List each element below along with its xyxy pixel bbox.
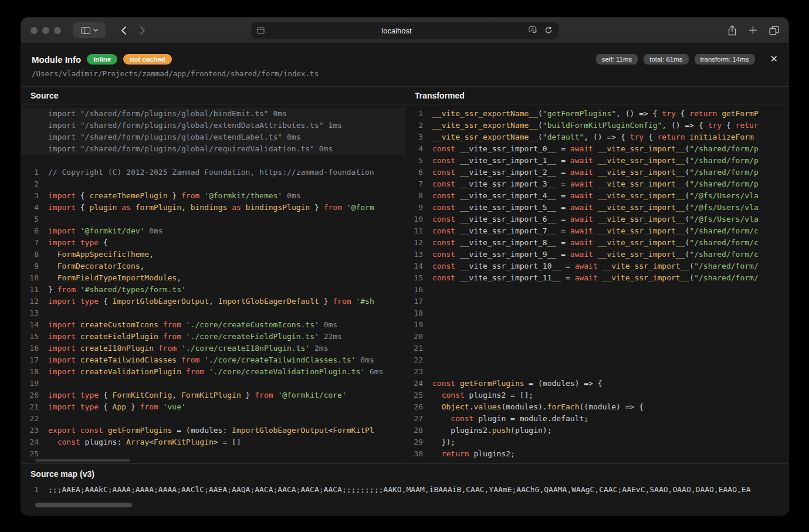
code-line: 5 — [21, 214, 405, 225]
source-code: import "/shared/form/plugins/global/bind… — [21, 104, 405, 460]
code-line: 30 return plugins2; — [405, 448, 788, 460]
sidebar-toggle-button[interactable] — [73, 22, 106, 38]
page-title: Module Info — [32, 55, 81, 65]
translate-icon[interactable]: A — [529, 26, 539, 35]
sourcemap-section: Source map (v3) 1;;;AAEA;AAAkC;AAAA;AAAA… — [21, 463, 788, 496]
chevron-down-icon — [93, 29, 98, 32]
code-line: 4const __vite_ssr_import_0__ = await __v… — [405, 143, 788, 155]
code-line: 15import createFieldPlugin from './core/… — [21, 331, 405, 343]
page-settings-icon — [257, 26, 265, 34]
code-line: 9const __vite_ssr_import_5__ = await __v… — [405, 202, 788, 214]
code-line: 18 — [405, 307, 788, 319]
address-bar[interactable]: localhost A — [251, 22, 558, 39]
nav-buttons — [121, 26, 145, 35]
tabs-icon — [769, 26, 779, 35]
code-line: 23 — [405, 366, 788, 378]
sidebar-icon — [81, 27, 90, 34]
titlebar-right-buttons — [727, 25, 779, 36]
code-line: 7import type { — [21, 237, 405, 249]
code-line: import "/shared/form/plugins/global/bind… — [21, 108, 405, 120]
code-line: 8const __vite_ssr_import_4__ = await __v… — [405, 190, 788, 202]
code-line: 22 — [405, 354, 788, 366]
timing-total-badge: total: 61ms — [644, 54, 688, 65]
new-tab-button[interactable] — [749, 26, 757, 35]
traffic-light-zoom[interactable] — [54, 27, 61, 34]
tab-overview-button[interactable] — [769, 26, 779, 35]
not-cached-badge: not cached — [123, 54, 172, 65]
code-line: 12const __vite_ssr_import_8__ = await __… — [405, 237, 788, 249]
transformed-panel: Transformed 1__vite_ssr_exportName__("ge… — [405, 87, 788, 463]
code-line: 24 const plugins: Array<FormKitPlugin> =… — [21, 436, 405, 448]
code-line: 17import createTailwindClasses from './c… — [21, 354, 405, 366]
source-panel-title: Source — [21, 87, 405, 104]
code-line: 17 — [405, 296, 788, 307]
code-line: 20 — [405, 331, 788, 343]
close-button[interactable]: ✕ — [770, 55, 778, 64]
code-line: 18import createValidationPlugin from './… — [21, 366, 405, 378]
code-line: 1;;;AAEA;AAAkC;AAAA;AAAA;AAAA;AAClC;AAEA… — [21, 484, 788, 496]
inline-badge: inline — [87, 54, 117, 65]
code-line: 21import type { App } from 'vue' — [21, 401, 405, 413]
code-line: 23export const getFormPlugins = (modules… — [21, 425, 405, 436]
code-line: import "/shared/form/plugins/global/requ… — [21, 143, 405, 155]
code-line: 19 — [21, 378, 405, 389]
code-line: 20import type { FormKitConfig, FormKitPl… — [21, 389, 405, 401]
code-line: 3__vite_ssr_exportName__("default", () =… — [405, 131, 788, 143]
code-line: import "/shared/form/plugins/global/exte… — [21, 131, 405, 143]
code-line: 10 FormFieldTypeImportModules, — [21, 272, 405, 284]
code-line: 1__vite_ssr_exportName__("getFormPlugins… — [405, 108, 788, 120]
code-line: 11} from '#shared/types/form.ts' — [21, 284, 405, 296]
code-line: 6const __vite_ssr_import_2__ = await __v… — [405, 167, 788, 178]
code-line: 16 — [405, 284, 788, 296]
module-info-header: Module Info inline not cached self: 11ms… — [21, 43, 788, 78]
code-line: 25 const plugins2 = []; — [405, 389, 788, 401]
share-icon — [727, 25, 737, 36]
code-line: 21 — [405, 343, 788, 354]
code-line: 26 Object.values(modules).forEach((modul… — [405, 401, 788, 413]
browser-titlebar: localhost A — [21, 18, 788, 43]
code-line: 2__vite_ssr_exportName__("buildFormKitPl… — [405, 120, 788, 131]
code-line: 14import createCustomIcons from './core/… — [21, 319, 405, 331]
transformed-panel-title: Transformed — [405, 87, 788, 104]
code-line — [21, 155, 405, 167]
code-line: 19 — [405, 319, 788, 331]
back-button[interactable] — [121, 26, 126, 35]
code-line: 8 FormAppSpecificTheme, — [21, 249, 405, 260]
forward-button[interactable] — [140, 26, 145, 35]
horizontal-scrollbar-thumb[interactable] — [35, 503, 132, 507]
code-line: 12import type { ImportGlobEagerOutput, I… — [21, 296, 405, 307]
timing-self-badge: self: 11ms — [596, 54, 638, 65]
code-line: 22 — [21, 413, 405, 425]
module-path: /Users/vladimir/Projects/zammad/app/fron… — [32, 69, 778, 78]
code-line: 16import createI18nPlugin from './core/c… — [21, 343, 405, 354]
code-panels: Source import "/shared/form/plugins/glob… — [21, 86, 788, 463]
code-line: 6import '@formkit/dev' 0ms — [21, 225, 405, 237]
traffic-light-minimize[interactable] — [42, 27, 49, 34]
source-horizontal-scrollbar[interactable] — [35, 459, 130, 462]
transformed-code: 1__vite_ssr_exportName__("getFormPlugins… — [405, 104, 788, 460]
code-line: import "/shared/form/plugins/global/exte… — [21, 120, 405, 131]
code-line: 3import { createThemePlugin } from '@for… — [21, 190, 405, 202]
code-line: 2 — [21, 178, 405, 190]
url-text: localhost — [265, 26, 529, 35]
code-line: 10const __vite_ssr_import_6__ = await __… — [405, 214, 788, 225]
code-line: 4import { plugin as formPlugin, bindings… — [21, 202, 405, 214]
code-line: 24const getFormPlugins = (modules) => { — [405, 378, 788, 389]
code-line: 9 FormDecoratorIcons, — [21, 260, 405, 272]
source-panel: Source import "/shared/form/plugins/glob… — [21, 87, 405, 463]
code-line: 5const __vite_ssr_import_1__ = await __v… — [405, 155, 788, 167]
sourcemap-code: 1;;;AAEA;AAAkC;AAAA;AAAA;AAAA;AAClC;AAEA… — [21, 480, 788, 496]
code-line: 7const __vite_ssr_import_3__ = await __v… — [405, 178, 788, 190]
share-button[interactable] — [727, 25, 737, 36]
code-line: 14const __vite_ssr_import_10__ = await _… — [405, 260, 788, 272]
svg-text:A: A — [531, 27, 534, 32]
code-line: 11const __vite_ssr_import_7__ = await __… — [405, 225, 788, 237]
code-line: 27 const plugin = module.default; — [405, 413, 788, 425]
code-line: 13 — [21, 307, 405, 319]
code-line: 28 plugins2.push(plugin); — [405, 425, 788, 436]
sourcemap-title: Source map (v3) — [21, 464, 788, 480]
browser-window: localhost A Module Info — [21, 18, 788, 515]
reload-icon[interactable] — [544, 26, 553, 35]
traffic-light-close[interactable] — [31, 27, 38, 34]
timing-transform-badge: transform: 14ms — [695, 54, 755, 65]
